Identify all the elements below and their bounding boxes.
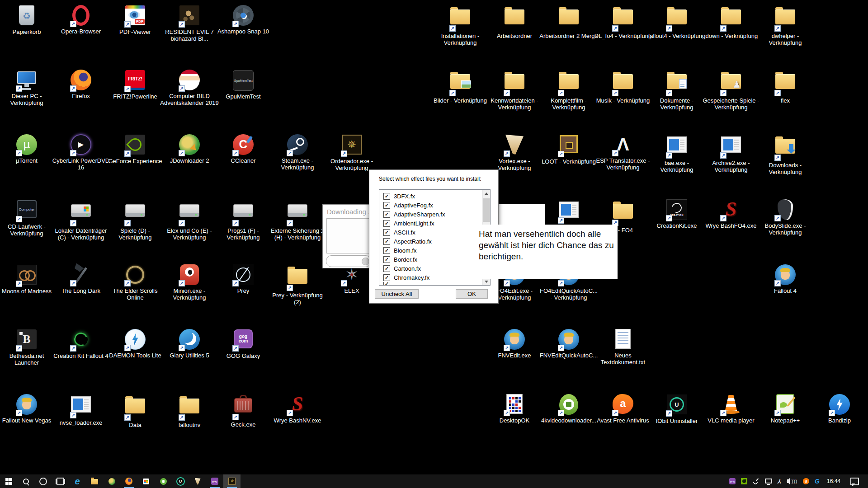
taskbar-button-file-explorer[interactable] [86, 474, 103, 488]
desktop-icon-window-app-icon[interactable]: ↗ [542, 199, 596, 223]
desktop-icon-geforce-experience[interactable]: ↗GeForce Experience [108, 134, 162, 164]
desktop-icon-data[interactable]: ↗Data [108, 394, 162, 428]
desktop-icon-spiele-d-verkn-pfung[interactable]: ↗Spiele (D) - Verknüpfung [108, 199, 162, 241]
desktop-icon-dieser-pc-verkn-pfung[interactable]: ↗Dieser PC - Verknüpfung [0, 69, 54, 106]
desktop-icon-vortex-exe-verkn-pfung[interactable]: ↗Vortex.exe - Verknüpfung [487, 134, 542, 171]
checkbox[interactable]: ✓ [383, 211, 390, 218]
desktop-icon-wrye-bashfo4-exe[interactable]: S↗Wrye BashFO4.exe [704, 199, 758, 229]
clock[interactable]: 16:44 [822, 478, 845, 484]
desktop-icon-pdf-viewer[interactable]: PDF↗PDF-Viewer [108, 5, 162, 35]
checkbox[interactable]: ✓ [383, 229, 390, 236]
effect-item[interactable]: ✓AspectRatio.fx [380, 237, 482, 246]
desktop-icon-ashampoo-snap-10[interactable]: ↗Ashampoo Snap 10 [216, 5, 270, 35]
tray-usb[interactable]: Y [775, 474, 784, 488]
effect-item[interactable]: ✓Chromakey.fx [380, 273, 482, 282]
ok-button[interactable]: OK [456, 289, 488, 299]
desktop-icon-downloads-verkn-pfung[interactable]: ↗Downloads - Verknüpfung [758, 134, 812, 175]
desktop-icon-glary-utilities-5[interactable]: ↗Glary Utilities 5 [162, 328, 217, 359]
desktop-icon-elex-und-co-e-verkn-pfung[interactable]: ↗Elex und Co (E) - Verknüpfung [162, 199, 217, 241]
desktop-icon-desktopok[interactable]: ↗DesktopOK [487, 394, 542, 424]
desktop-icon-esp-translator-exe-verkn-pfung[interactable]: Λ↗ESP Translator.exe - Verknüpfung [596, 134, 650, 171]
taskbar-button-task-view[interactable] [52, 474, 69, 488]
tray-avast[interactable]: a [800, 474, 812, 488]
checkbox[interactable]: ✓ [383, 256, 390, 263]
desktop-icon-nvse-loader-exe[interactable]: ↗nvse_loader.exe [54, 394, 108, 426]
effect-item-partial[interactable]: ✓ [380, 282, 482, 285]
desktop-icon-the-elder-scrolls-online[interactable]: ↗The Elder Scrolls Online [108, 264, 162, 301]
desktop-icon-fnvedit-exe[interactable]: ↗FNVEdit.exe [487, 328, 542, 359]
desktop-icon-ccleaner[interactable]: C↗CCleaner [216, 134, 270, 164]
desktop-icon-computer-bild-adventskalender-2019[interactable]: ↗Computer BILD Adventskalender 2019 [162, 69, 217, 106]
desktop-icon-installationen-verkn-pfung[interactable]: ↗Installationen - Verknüpfung [433, 5, 487, 46]
desktop-icon-avast-free-antivirus[interactable]: a↗Avast Free Antivirus [596, 394, 650, 424]
desktop-icon-loot-verkn-pfung[interactable]: ↗LOOT - Verknüpfung [542, 134, 596, 165]
desktop-icon-jdownloader-2[interactable]: ↗JDownloader 2 [162, 134, 217, 164]
desktop-icon-opera-browser[interactable]: ↗Opera-Browser [54, 5, 108, 35]
taskbar-button-ordenador[interactable]: ✵ [223, 474, 241, 488]
checkbox[interactable]: ✓ [383, 238, 390, 245]
desktop-icon-neues-textdokument-txt[interactable]: Neues Textdokument.txt [596, 328, 650, 366]
taskbar-button-start[interactable] [0, 474, 17, 488]
desktop-icon-creation-kit-fallout-4[interactable]: ↗Creation Kit Fallout 4 [54, 328, 108, 359]
effect-item[interactable]: ✓Border.fx [380, 255, 482, 264]
desktop-icon-fallout-new-vegas[interactable]: ↗Fallout New Vegas [0, 394, 54, 424]
desktop-icon-resident-evil-7-biohazard-bl[interactable]: ↗RESIDENT EVIL 7 biohazard Bl... [162, 5, 217, 42]
taskbar-button-edge[interactable]: e [69, 474, 86, 488]
effect-item[interactable]: ✓3DFX.fx [380, 192, 482, 201]
taskbar-button-search[interactable] [17, 474, 34, 488]
taskbar-button-firefox[interactable] [120, 474, 137, 488]
checkbox[interactable]: ✓ [383, 220, 390, 227]
desktop-icon-flex[interactable]: ↗flex [758, 69, 812, 104]
desktop-icon-gog-galaxy[interactable]: gogcom↗GOG Galaxy [216, 328, 270, 359]
tray-gog[interactable]: gog [726, 474, 738, 488]
scroll-thumb[interactable] [483, 198, 490, 222]
effect-item[interactable]: ✓Bloom.fx [380, 246, 482, 255]
checkbox[interactable]: ✓ [383, 193, 390, 200]
desktop-icon-4kvideodownloader[interactable]: ↗4kvideodownloader... [542, 394, 596, 424]
desktop-icon-geck-exe[interactable]: ↗Geck.exe [216, 394, 270, 428]
desktop-icon-kennwortdateien-verkn-pfung[interactable]: ↗Kennwortdateien - Verknüpfung [487, 69, 542, 111]
desktop-icon-firefox[interactable]: ↗Firefox [54, 69, 108, 99]
desktop-icon-progs1-f-verkn-pfung[interactable]: ↗Progs1 (F) - Verknüpfung [216, 199, 270, 241]
desktop-icon-daemon-tools-lite[interactable]: ↗DAEMON Tools Lite [108, 328, 162, 359]
desktop-icon-minion-exe-verkn-pfung[interactable]: ↗Minion.exe - Verknüpfung [162, 264, 217, 301]
effect-item[interactable]: ✓AdaptiveFog.fx [380, 201, 482, 210]
tray-nvidia[interactable] [738, 474, 750, 488]
checkbox[interactable]: ✓ [383, 202, 390, 209]
desktop-icon-dokumente-verkn-pfung[interactable]: ↗Dokumente - Verknüpfung [650, 69, 704, 111]
taskbar-button-cortana[interactable] [34, 474, 52, 488]
effect-item[interactable]: ✓ASCII.fx [380, 228, 482, 237]
desktop-icon-the-long-dark[interactable]: ↗The Long Dark [54, 264, 108, 294]
taskbar-button-gog[interactable]: gog [206, 474, 223, 488]
taskbar-button-iobit[interactable]: U [172, 474, 189, 488]
desktop-icon-lokaler-datentr-ger-c-verkn-pfung[interactable]: ↗Lokaler Datenträger (C) - Verknüpfung [54, 199, 108, 241]
uncheck-all-button[interactable]: Uncheck All [375, 289, 419, 299]
desktop-icon-dl-fo4-verkn-pfung[interactable]: ↗DL_fo4 - Verknüpfung [596, 5, 650, 39]
desktop-icon-bethesda-net-launcher[interactable]: B↗Bethesda.net Launcher [0, 328, 54, 366]
desktop-icon-prey-verkn-pfung-2[interactable]: ↗Prey - Verknüpfung (2) [270, 264, 325, 305]
desktop-icon-fritz-powerline[interactable]: FRITZ!↗FRITZ!Powerline [108, 69, 162, 100]
desktop-icon-gpumemtest[interactable]: GpuMemTestGpuMemTest [216, 69, 270, 100]
desktop-icon-notepad[interactable]: ↗Notepad++ [758, 394, 812, 424]
desktop-icon-moons-of-madness[interactable]: ↗Moons of Madness [0, 264, 54, 295]
tray-logitech-g[interactable]: G [812, 474, 822, 488]
desktop-icon-cyberlink-powerdvd-16[interactable]: ▶↗CyberLink PowerDVD 16 [54, 134, 108, 171]
taskbar-button-jdownloader[interactable] [103, 474, 120, 488]
taskbar-button-vortex[interactable] [189, 474, 206, 488]
desktop-icon-iobit-uninstaller[interactable]: U↗IObit Uninstaller [650, 394, 704, 424]
desktop-icon-fallout4-verkn-pfung[interactable]: ↗fallout4 - Verknüpfung [650, 5, 704, 39]
taskbar-button-green-shield[interactable] [155, 474, 172, 488]
desktop-icon-wrye-bashnv-exe[interactable]: S↗Wrye BashNV.exe [270, 394, 325, 424]
taskbar-button-store[interactable] [137, 474, 155, 488]
desktop-icon-arbeitsordner-2-merge[interactable]: Arbeitsordner 2 Merge [542, 5, 596, 39]
desktop-icon-prey[interactable]: ↗Prey [216, 264, 270, 294]
desktop-icon-dwhelper-verkn-pfung[interactable]: ↗dwhelper - Verknüpfung [758, 5, 812, 46]
desktop-icon-torrent[interactable]: µ↗µTorrent [0, 134, 54, 164]
scroll-up-icon[interactable] [483, 190, 490, 197]
desktop-icon-papierkorb[interactable]: ♻Papierkorb [0, 5, 54, 35]
desktop-icon-bae-exe-verkn-pfung[interactable]: ↗bae.exe - Verknüpfung [650, 134, 704, 173]
tray-action-center[interactable] [845, 474, 866, 488]
desktop-icon-cd-laufwerk-verkn-pfung[interactable]: Computer↗CD-Laufwerk - Verknüpfung [0, 199, 54, 237]
desktop-icon-steam-exe-verkn-pfung[interactable]: ↗Steam.exe - Verknüpfung [270, 134, 325, 171]
tray-satellite[interactable] [750, 474, 762, 488]
